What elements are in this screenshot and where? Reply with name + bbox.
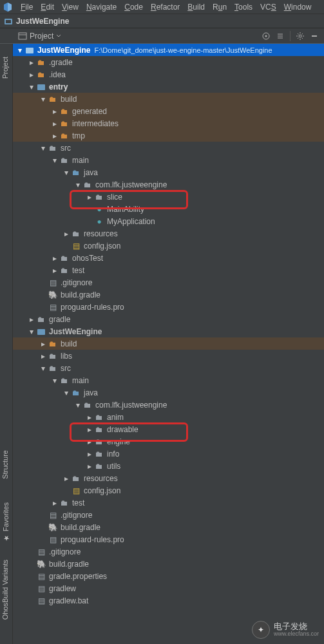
- package-icon: 🖿: [94, 461, 104, 471]
- tree-item-proguard-2[interactable]: ▤ proguard-rules.pro: [13, 533, 324, 545]
- tree-item-drawable[interactable]: ▸ 🖿 drawable: [13, 423, 324, 435]
- tree-item-build-1[interactable]: ▾ 🖿 build: [13, 93, 324, 105]
- tree-item-anim[interactable]: ▸ 🖿 anim: [13, 411, 324, 423]
- tree-item-main-2[interactable]: ▾ 🖿 main: [13, 374, 324, 386]
- tree-item-java-1[interactable]: ▾ 🖿 java: [13, 166, 324, 178]
- tree-item-config-json-1[interactable]: ▤ config.json: [13, 240, 324, 252]
- svg-rect-8: [26, 48, 33, 53]
- folder-icon: 🖿: [59, 155, 70, 166]
- root-path: F:\Dome\git_dome\just-we-engine-master\J…: [94, 46, 272, 54]
- folder-icon: 🖿: [48, 94, 58, 104]
- tree-item-build-gradle-2[interactable]: 🐘 build.gradle: [13, 521, 324, 533]
- folder-icon: 🖿: [36, 314, 46, 325]
- sidebar-tab-ohos[interactable]: OhosBuild Variants: [0, 554, 10, 625]
- tree-item-src-2[interactable]: ▾ 🖿 src: [13, 362, 324, 374]
- tree-item-test-1[interactable]: ▸ 🖿 test: [13, 264, 324, 276]
- tree-item-package-1[interactable]: ▾ 🖿 com.lfk.justweengine: [13, 178, 324, 191]
- tree-item-proguard-1[interactable]: ▤ proguard-rules.pro: [13, 301, 324, 313]
- tree-item-my-application[interactable]: ● MyApplication: [13, 215, 324, 227]
- menu-file[interactable]: File: [17, 1, 37, 13]
- tree-item-slice[interactable]: ▸ 🖿 slice: [13, 191, 324, 203]
- tree-item-config-json-2[interactable]: ▤ config.json: [13, 484, 324, 497]
- tree-item-gradle-folder[interactable]: ▸ 🖿 gradle: [13, 313, 324, 325]
- file-icon: ▤: [48, 510, 58, 520]
- svg-rect-2: [19, 33, 26, 39]
- menu-run[interactable]: Run: [209, 1, 231, 13]
- menu-refactor[interactable]: Refactor: [147, 1, 184, 13]
- tree-root[interactable]: ▾ JustWeEngine F:\Dome\git_dome\just-we-…: [13, 44, 324, 56]
- tree-item-utils[interactable]: ▸ 🖿 utils: [13, 460, 324, 472]
- folder-icon: 🖿: [36, 70, 46, 80]
- class-icon: ●: [94, 204, 104, 214]
- gradle-file-icon: 🐘: [48, 522, 58, 533]
- tree-item-build-gradle-1[interactable]: 🐘 build.gradle: [13, 289, 324, 301]
- file-icon: ▤: [48, 302, 58, 312]
- gear-icon: [296, 32, 305, 41]
- tree-item-resources-1[interactable]: ▸ 🖿 resources: [13, 227, 324, 240]
- tree-item-libs[interactable]: ▸ 🖿 libs: [13, 350, 324, 362]
- hide-button[interactable]: [309, 30, 320, 42]
- tree-item-gitignore-1[interactable]: ▤ .gitignore: [13, 276, 324, 289]
- tree-item-gradle-dir[interactable]: ▸ 🖿 .gradle: [13, 56, 324, 68]
- tree-item-gitignore-root[interactable]: ▤ .gitignore: [13, 545, 324, 558]
- json-file-icon: ▤: [71, 486, 81, 496]
- tree-item-engine[interactable]: ▸ 🖿 engine: [13, 435, 324, 448]
- menu-edit[interactable]: Edit: [37, 1, 58, 13]
- tree-item-entry[interactable]: ▾ entry: [13, 80, 324, 93]
- menu-build[interactable]: Build: [184, 1, 209, 13]
- folder-icon: 🖿: [48, 351, 58, 361]
- package-icon: 🖿: [94, 412, 104, 422]
- tree-item-info[interactable]: ▸ 🖿 info: [13, 448, 324, 460]
- tree-item-build-gradle-root[interactable]: 🐘 build.gradle: [13, 558, 324, 570]
- tree-item-intermediates[interactable]: ▸ 🖿 intermediates: [13, 117, 324, 129]
- file-icon: ▤: [36, 596, 46, 606]
- sidebar-tab-project[interactable]: Project: [0, 52, 10, 84]
- tree-item-module[interactable]: ▾ JustWeEngine: [13, 325, 324, 337]
- package-icon: 🖿: [94, 449, 104, 459]
- menu-vcs[interactable]: VCS: [256, 1, 280, 13]
- breadcrumb-bar: JustWeEngine: [0, 14, 324, 28]
- tree-item-ohos-test[interactable]: ▸ 🖿 ohosTest: [13, 252, 324, 264]
- project-view-label: Project: [30, 32, 53, 41]
- tree-item-tmp[interactable]: ▸ 🖿 tmp: [13, 129, 324, 142]
- project-tree[interactable]: ▾ JustWeEngine F:\Dome\git_dome\just-we-…: [13, 44, 324, 644]
- folder-icon: 🖿: [48, 363, 58, 374]
- package-icon: 🖿: [82, 180, 93, 190]
- file-icon: ▤: [48, 278, 58, 288]
- expand-all-button[interactable]: [274, 30, 286, 42]
- menu-window[interactable]: Window: [280, 1, 316, 13]
- settings-button[interactable]: [294, 30, 306, 42]
- menu-view[interactable]: View: [58, 1, 82, 13]
- select-opened-file-button[interactable]: [260, 30, 272, 42]
- folder-icon: 🖿: [36, 57, 46, 68]
- gradle-file-icon: 🐘: [48, 290, 58, 300]
- project-view-icon: [18, 32, 27, 41]
- tree-item-src-1[interactable]: ▾ 🖿 src: [13, 142, 324, 154]
- watermark: ✦ 电子发烧 www.elecfans.cor: [252, 621, 319, 639]
- tree-item-generated[interactable]: ▸ 🖿 generated: [13, 105, 324, 117]
- project-view-selector[interactable]: Project: [15, 30, 64, 42]
- tree-item-test-2[interactable]: ▸ 🖿 test: [13, 497, 324, 509]
- sidebar-tab-structure[interactable]: Structure: [0, 445, 10, 484]
- svg-rect-10: [37, 329, 45, 335]
- folder-icon: 🖿: [59, 131, 70, 141]
- tree-item-gradlew[interactable]: ▤ gradlew: [13, 582, 324, 594]
- sidebar-tab-favorites[interactable]: ★ Favorites: [0, 497, 11, 547]
- tree-item-idea-dir[interactable]: ▸ 🖿 .idea: [13, 68, 324, 80]
- folder-icon: 🖿: [48, 339, 58, 349]
- tree-item-build-2[interactable]: ▸ 🖿 build: [13, 337, 324, 350]
- menu-tools[interactable]: Tools: [231, 1, 256, 13]
- tree-item-package-2[interactable]: ▾ 🖿 com.lfk.justweengine: [13, 399, 324, 411]
- menu-code[interactable]: Code: [120, 1, 147, 13]
- menu-navigate[interactable]: Navigate: [82, 1, 120, 13]
- tree-item-main-1[interactable]: ▾ 🖿 main: [13, 154, 324, 166]
- minimize-icon: [310, 32, 319, 41]
- svg-rect-7: [312, 35, 317, 37]
- tree-item-gradle-properties[interactable]: ▤ gradle.properties: [13, 570, 324, 582]
- tree-item-gitignore-2[interactable]: ▤ .gitignore: [13, 509, 324, 521]
- tree-item-main-ability[interactable]: ● MainAbility: [13, 203, 324, 215]
- properties-file-icon: ▤: [36, 571, 46, 582]
- tree-item-java-2[interactable]: ▾ 🖿 java: [13, 386, 324, 399]
- tree-item-resources-2[interactable]: ▸ 🖿 resources: [13, 472, 324, 484]
- tree-item-gradlew-bat[interactable]: ▤ gradlew.bat: [13, 594, 324, 607]
